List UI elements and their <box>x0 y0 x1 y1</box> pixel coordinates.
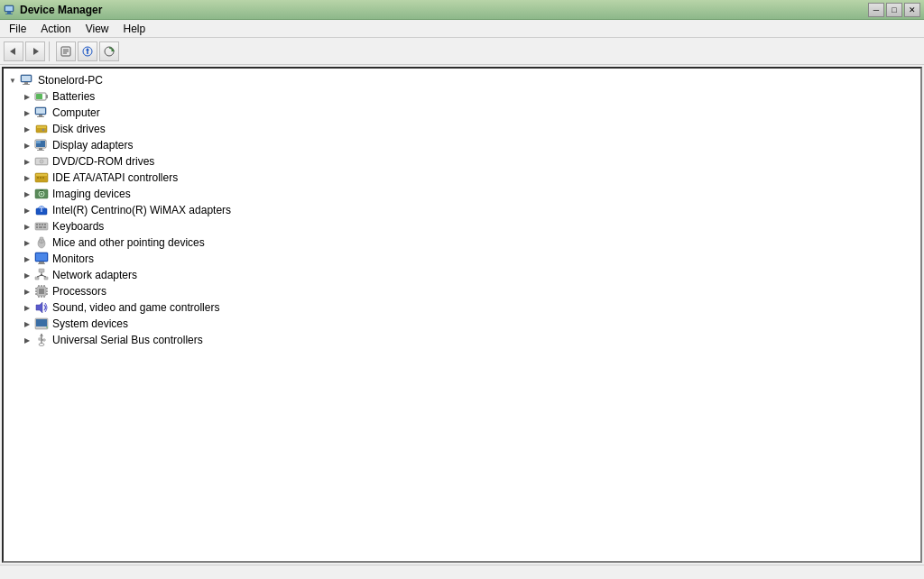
svg-rect-60 <box>40 237 43 240</box>
disk-expand[interactable]: ▶ <box>22 124 32 134</box>
svg-rect-46 <box>40 189 43 191</box>
monitors-expand[interactable]: ▶ <box>22 253 32 264</box>
menu-file[interactable]: File <box>2 21 33 37</box>
svg-rect-3 <box>5 14 13 14</box>
svg-marker-92 <box>40 334 43 336</box>
scan-hardware-button[interactable] <box>99 41 119 61</box>
update-driver-button[interactable] <box>78 41 97 61</box>
processors-label: Processors <box>52 285 106 298</box>
system-label: System devices <box>52 317 128 330</box>
tree-item-dvd[interactable]: ▶ DVD/CD-ROM drives <box>4 153 920 170</box>
imaging-label: Imaging devices <box>52 188 131 200</box>
menu-action[interactable]: Action <box>33 21 78 37</box>
tree-item-imaging[interactable]: ▶ Imaging devices <box>4 186 920 202</box>
computer-small-icon <box>34 106 49 120</box>
tree-item-keyboards[interactable]: ▶ Keyboards <box>4 218 920 234</box>
keyboard-icon <box>34 219 49 234</box>
mouse-icon <box>34 235 49 250</box>
svg-rect-20 <box>46 95 48 98</box>
svg-rect-63 <box>39 262 44 263</box>
processors-expand[interactable]: ▶ <box>22 286 32 297</box>
network-icon <box>34 268 49 282</box>
dvd-expand[interactable]: ▶ <box>22 156 32 167</box>
svg-point-94 <box>43 339 45 341</box>
usb-label: Universal Serial Bus controllers <box>52 334 203 346</box>
svg-rect-64 <box>38 263 45 264</box>
ide-expand[interactable]: ▶ <box>22 172 32 183</box>
svg-point-71 <box>41 274 42 276</box>
menu-view[interactable]: View <box>79 21 116 37</box>
cdrom-icon <box>34 154 49 169</box>
svg-rect-89 <box>36 326 47 328</box>
network-label: Network adapters <box>52 269 137 281</box>
svg-rect-42 <box>42 177 44 179</box>
disk-icon <box>34 122 49 136</box>
status-bar <box>0 565 924 579</box>
svg-rect-53 <box>44 224 46 225</box>
tree-item-usb[interactable]: ▶ Universal Serial Bus controllers <box>4 332 920 348</box>
svg-rect-16 <box>22 76 31 81</box>
tree-item-batteries[interactable]: ▶ Batteries <box>4 88 920 105</box>
tree-root-node[interactable]: ▼ Stonelord-PC <box>4 72 920 88</box>
tree-item-processors[interactable]: ▶ Processors <box>4 283 920 299</box>
svg-rect-39 <box>36 174 47 176</box>
svg-rect-33 <box>37 150 44 151</box>
menu-help[interactable]: Help <box>116 21 153 37</box>
svg-rect-21 <box>36 94 42 99</box>
svg-rect-48 <box>41 208 42 212</box>
svg-rect-18 <box>23 84 30 85</box>
svg-rect-31 <box>36 141 41 143</box>
window-controls: ─ □ ✕ <box>868 3 920 17</box>
usb-expand[interactable]: ▶ <box>22 335 32 345</box>
network-expand[interactable]: ▶ <box>22 270 32 280</box>
svg-rect-51 <box>39 224 41 225</box>
wimax-expand[interactable]: ▶ <box>22 205 32 216</box>
root-expand-arrow[interactable]: ▼ <box>7 75 18 86</box>
svg-rect-1 <box>5 6 13 11</box>
sound-icon <box>34 300 49 315</box>
system-icon <box>34 317 49 331</box>
svg-marker-86 <box>36 302 42 313</box>
tree-item-system[interactable]: ▶ System devices <box>4 316 920 332</box>
imaging-icon <box>34 187 49 201</box>
tree-item-ide[interactable]: ▶ IDE ATA/ATAPI controllers <box>4 170 920 186</box>
svg-point-45 <box>41 193 42 195</box>
tree-item-network[interactable]: ▶ Network adapters <box>4 267 920 283</box>
system-expand[interactable]: ▶ <box>22 318 32 329</box>
batteries-label: Batteries <box>52 90 95 103</box>
minimize-button[interactable]: ─ <box>868 3 884 17</box>
close-button[interactable]: ✕ <box>904 3 920 17</box>
keyboards-label: Keyboards <box>52 220 104 233</box>
svg-marker-11 <box>86 48 89 51</box>
tree-item-sound[interactable]: ▶ Sound, video and game controllers <box>4 299 920 316</box>
tree-item-disk-drives[interactable]: ▶ Disk drives <box>4 121 920 137</box>
tree-item-computer[interactable]: ▶ Computer <box>4 105 920 121</box>
svg-rect-40 <box>37 177 39 179</box>
window-title: Device Manager <box>20 4 102 16</box>
back-button[interactable] <box>4 41 23 61</box>
tree-item-wimax[interactable]: ▶ Intel(R) Centrino(R) WiMAX adapters <box>4 202 920 218</box>
tree-item-display-adapters[interactable]: ▶ Display adapters <box>4 137 920 153</box>
toolbar <box>0 38 924 65</box>
mice-expand[interactable]: ▶ <box>22 237 32 248</box>
keyboards-expand[interactable]: ▶ <box>22 221 32 232</box>
svg-rect-88 <box>36 319 47 326</box>
sound-expand[interactable]: ▶ <box>22 302 32 313</box>
svg-rect-24 <box>39 115 42 116</box>
sound-label: Sound, video and game controllers <box>52 301 219 314</box>
ide-label: IDE ATA/ATAPI controllers <box>52 171 178 184</box>
batteries-expand[interactable]: ▶ <box>22 91 32 102</box>
display-expand[interactable]: ▶ <box>22 140 32 151</box>
forward-button[interactable] <box>25 41 45 61</box>
wimax-icon <box>34 203 49 217</box>
battery-icon <box>34 89 49 104</box>
ide-icon <box>34 170 49 185</box>
imaging-expand[interactable]: ▶ <box>22 188 32 199</box>
svg-marker-4 <box>10 48 15 55</box>
tree-item-mice[interactable]: ▶ Mice and other pointing devices <box>4 234 920 251</box>
properties-button[interactable] <box>56 41 76 61</box>
computer-expand[interactable]: ▶ <box>22 107 32 118</box>
tree-item-monitors[interactable]: ▶ Monitors <box>4 251 920 267</box>
svg-rect-54 <box>36 226 38 228</box>
maximize-button[interactable]: □ <box>886 3 902 17</box>
